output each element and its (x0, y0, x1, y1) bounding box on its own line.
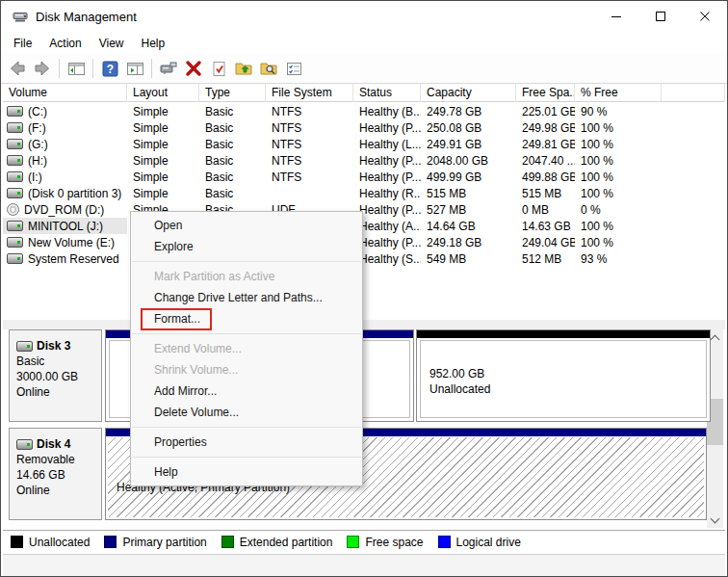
cell-free: 512 MB (516, 250, 575, 267)
cell-capacity: 249.18 GB (421, 234, 516, 250)
volume-row[interactable]: (H:)SimpleBasicNTFSHealthy (P...2048.00 … (3, 152, 725, 169)
cell-pct: 93 % (575, 250, 662, 267)
volume-row[interactable]: New Volume (E:)Healthy (P...249.18 GB249… (3, 234, 725, 250)
volume-row[interactable]: System ReservedHealthy (S...549 MB512 MB… (3, 250, 725, 267)
cell-status: Healthy (A... (353, 218, 421, 234)
cell-free: 249.81 GB (516, 136, 575, 152)
minimize-button[interactable] (594, 1, 638, 32)
disk-label-panel[interactable]: Disk 4Removable14.66 GBOnline (9, 428, 102, 520)
cell-capacity: 515 MB (421, 185, 516, 201)
menu-view[interactable]: View (91, 34, 133, 53)
folder-up-button[interactable] (232, 57, 255, 80)
cell-status: Healthy (P... (353, 234, 421, 250)
volume-cell[interactable]: MINITOOL (J:) (3, 218, 127, 234)
context-menu-item-extend-volume-[interactable]: Extend Volume... (131, 338, 362, 359)
cell-status: Healthy (S... (353, 250, 421, 267)
context-menu-item-add-mirror-[interactable]: Add Mirror... (131, 380, 362, 402)
volume-cell[interactable]: (H:) (3, 152, 127, 169)
menu-item-label: Open (154, 219, 182, 232)
volume-cell[interactable]: New Volume (E:) (3, 234, 127, 250)
menu-separator (132, 457, 361, 458)
column-header-status[interactable]: Status (353, 84, 421, 102)
menu-help[interactable]: Help (133, 34, 174, 53)
show-console-tree-button[interactable] (65, 57, 88, 80)
cell-blank (662, 103, 725, 119)
volume-row[interactable]: (Disk 0 partition 3)SimpleBasicHealthy (… (3, 185, 725, 201)
column-header-free-spa-[interactable]: Free Spa... (516, 84, 575, 102)
cell-pct: 100 % (575, 234, 662, 250)
maximize-button[interactable] (638, 1, 683, 32)
menu-action[interactable]: Action (40, 34, 90, 53)
folder-search-button[interactable] (257, 57, 280, 80)
disk-info-line: 14.66 GB (16, 467, 101, 483)
column-header-capacity[interactable]: Capacity (421, 84, 516, 102)
device-popup-button[interactable] (157, 57, 180, 80)
forward-button[interactable] (31, 57, 54, 80)
cell-pct: 100 % (575, 185, 662, 201)
show-action-pane-button[interactable] (123, 57, 146, 80)
volume-name: (H:) (28, 154, 47, 168)
cell-status: Healthy (L... (353, 136, 421, 152)
context-menu-item-open[interactable]: Open (131, 215, 362, 236)
column-header-blank[interactable] (662, 84, 725, 102)
volume-cell[interactable]: System Reserved (3, 250, 127, 267)
volume-row[interactable]: (C:)SimpleBasicNTFSHealthy (B...249.78 G… (3, 103, 725, 119)
help-button[interactable]: ? (98, 57, 121, 80)
cell-type: Basic (199, 152, 266, 169)
context-menu: OpenExploreMark Partition as ActiveChang… (130, 211, 363, 486)
checklist-button[interactable] (282, 57, 305, 80)
cell-layout: Simple (127, 119, 199, 136)
column-header-%-free[interactable]: % Free (575, 84, 662, 102)
legend-label: Unallocated (29, 536, 90, 549)
column-header-type[interactable]: Type (199, 84, 266, 102)
cell-fs: NTFS (266, 152, 353, 169)
cell-capacity: 250.08 GB (421, 119, 516, 136)
delete-button[interactable] (182, 57, 205, 80)
partition-block[interactable]: 952.00 GBUnallocated (416, 329, 711, 422)
context-menu-item-delete-volume-[interactable]: Delete Volume... (131, 402, 362, 423)
volume-row[interactable]: DVD_ROM (D:)SimpleBasicUDFHealthy (P...5… (3, 201, 725, 218)
column-header-layout[interactable]: Layout (127, 84, 199, 102)
disk-label-panel[interactable]: Disk 3Basic3000.00 GBOnline (9, 329, 102, 422)
volume-cell[interactable]: (C:) (3, 103, 127, 119)
back-button[interactable] (6, 57, 29, 80)
legend-color-swatch (347, 536, 359, 548)
close-button[interactable] (683, 1, 727, 32)
help-icon: ? (101, 60, 119, 78)
context-menu-item-help[interactable]: Help (131, 461, 362, 483)
folder-up-icon (234, 59, 253, 78)
volume-cell[interactable]: DVD_ROM (D:) (3, 201, 127, 218)
context-menu-item-format-[interactable]: Format... (131, 308, 362, 329)
volume-name: (F:) (28, 121, 46, 135)
volume-row[interactable]: (I:)SimpleBasicNTFSHealthy (P...499.99 G… (3, 169, 725, 185)
menu-file[interactable]: File (5, 34, 40, 53)
volume-cell[interactable]: (Disk 0 partition 3) (3, 185, 127, 201)
cell-capacity: 14.64 GB (421, 218, 516, 234)
context-menu-item-change-drive-letter-and-paths-[interactable]: Change Drive Letter and Paths... (131, 287, 362, 308)
drive-icon (7, 171, 23, 182)
menu-item-label: Change Drive Letter and Paths... (154, 291, 323, 304)
column-header-file-system[interactable]: File System (266, 84, 353, 102)
partition-body: 952.00 GBUnallocated (420, 340, 707, 418)
cell-type: Basic (199, 136, 266, 152)
cell-fs: NTFS (266, 136, 353, 152)
properties-check-button[interactable] (207, 57, 230, 80)
context-menu-item-properties[interactable]: Properties (131, 432, 362, 453)
partition-text-line: Unallocated (429, 381, 706, 397)
cell-blank (662, 250, 725, 267)
disk-management-app-icon (13, 9, 28, 24)
context-menu-item-explore[interactable]: Explore (131, 236, 362, 257)
volume-cell[interactable]: (F:) (3, 119, 127, 136)
context-menu-item-mark-partition-as-active[interactable]: Mark Partition as Active (131, 266, 362, 287)
column-header-volume[interactable]: Volume (3, 84, 127, 102)
volume-row[interactable]: (F:)SimpleBasicNTFSHealthy (P...250.08 G… (3, 119, 725, 136)
toolbar: ? (1, 54, 727, 84)
legend-item-unallocated: Unallocated (11, 536, 90, 549)
volume-row[interactable]: (G:)SimpleBasicNTFSHealthy (L...249.91 G… (3, 136, 725, 152)
context-menu-item-shrink-volume-[interactable]: Shrink Volume... (131, 359, 362, 380)
disk-name-text: Disk 4 (37, 436, 70, 452)
volume-name: MINITOOL (J:) (28, 220, 103, 233)
volume-cell[interactable]: (G:) (3, 136, 127, 152)
volume-cell[interactable]: (I:) (3, 169, 127, 185)
volume-row[interactable]: MINITOOL (J:)Healthy (A...14.64 GB14.63 … (3, 218, 725, 234)
